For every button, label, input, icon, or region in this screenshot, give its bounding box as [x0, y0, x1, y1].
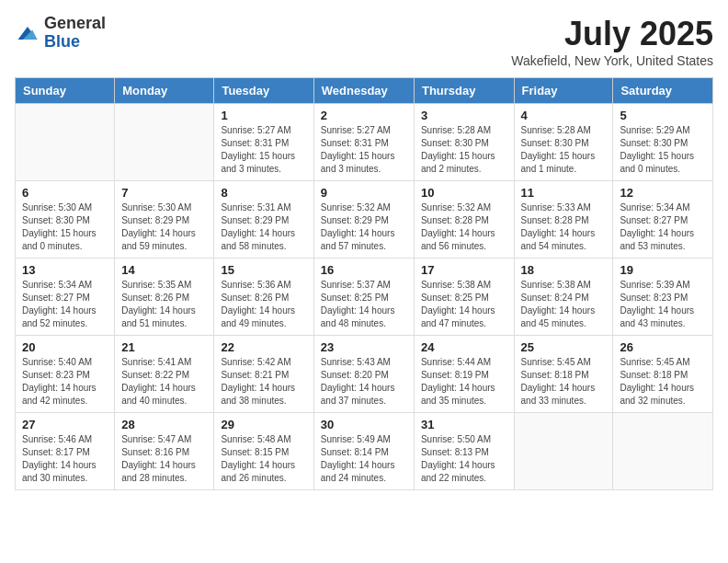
- day-info: Sunrise: 5:44 AMSunset: 8:19 PMDaylight:…: [421, 356, 507, 408]
- calendar-table: SundayMondayTuesdayWednesdayThursdayFrid…: [15, 77, 713, 490]
- calendar-cell: 22Sunrise: 5:42 AMSunset: 8:21 PMDayligh…: [214, 336, 313, 413]
- calendar-cell: [514, 413, 613, 490]
- calendar-cell: [613, 413, 713, 490]
- calendar-cell: 16Sunrise: 5:37 AMSunset: 8:25 PMDayligh…: [313, 259, 414, 336]
- calendar-cell: 15Sunrise: 5:36 AMSunset: 8:26 PMDayligh…: [214, 259, 313, 336]
- calendar-cell: 10Sunrise: 5:32 AMSunset: 8:28 PMDayligh…: [414, 181, 514, 259]
- day-info: Sunrise: 5:35 AMSunset: 8:26 PMDaylight:…: [121, 279, 207, 330]
- day-of-week-header: Saturday: [613, 78, 713, 104]
- calendar-cell: 12Sunrise: 5:34 AMSunset: 8:27 PMDayligh…: [613, 181, 713, 259]
- day-number: 28: [121, 418, 207, 431]
- calendar-cell: 3Sunrise: 5:28 AMSunset: 8:30 PMDaylight…: [414, 104, 514, 181]
- day-info: Sunrise: 5:30 AMSunset: 8:30 PMDaylight:…: [22, 201, 108, 253]
- day-info: Sunrise: 5:34 AMSunset: 8:27 PMDaylight:…: [620, 201, 706, 253]
- day-number: 15: [221, 263, 306, 277]
- day-info: Sunrise: 5:27 AMSunset: 8:31 PMDaylight:…: [221, 124, 306, 176]
- calendar-cell: 2Sunrise: 5:27 AMSunset: 8:31 PMDaylight…: [313, 104, 414, 181]
- day-info: Sunrise: 5:38 AMSunset: 8:24 PMDaylight:…: [521, 279, 607, 330]
- day-number: 9: [321, 186, 407, 200]
- day-info: Sunrise: 5:27 AMSunset: 8:31 PMDaylight:…: [321, 124, 407, 176]
- day-number: 17: [421, 263, 507, 277]
- day-info: Sunrise: 5:45 AMSunset: 8:18 PMDaylight:…: [620, 356, 706, 408]
- day-number: 8: [221, 186, 306, 200]
- month-title: July 2025: [511, 15, 713, 53]
- calendar-header-row: SundayMondayTuesdayWednesdayThursdayFrid…: [16, 78, 713, 104]
- day-number: 5: [620, 109, 706, 122]
- calendar-cell: 27Sunrise: 5:46 AMSunset: 8:17 PMDayligh…: [16, 413, 115, 490]
- location-text: Wakefield, New York, United States: [511, 53, 713, 68]
- week-row: 1Sunrise: 5:27 AMSunset: 8:31 PMDaylight…: [16, 104, 713, 181]
- logo: General Blue: [15, 15, 106, 52]
- calendar-cell: 5Sunrise: 5:29 AMSunset: 8:30 PMDaylight…: [613, 104, 713, 181]
- calendar-cell: 7Sunrise: 5:30 AMSunset: 8:29 PMDaylight…: [115, 181, 214, 259]
- day-number: 30: [321, 418, 407, 431]
- day-number: 2: [321, 109, 407, 122]
- day-number: 14: [121, 263, 207, 277]
- day-number: 6: [22, 186, 108, 200]
- day-number: 27: [22, 418, 108, 431]
- calendar-cell: 30Sunrise: 5:49 AMSunset: 8:14 PMDayligh…: [313, 413, 414, 490]
- logo-icon: [15, 20, 40, 46]
- day-number: 24: [421, 340, 507, 354]
- calendar-cell: 8Sunrise: 5:31 AMSunset: 8:29 PMDaylight…: [214, 181, 313, 259]
- week-row: 20Sunrise: 5:40 AMSunset: 8:23 PMDayligh…: [16, 336, 713, 413]
- calendar-cell: 17Sunrise: 5:38 AMSunset: 8:25 PMDayligh…: [414, 259, 514, 336]
- day-number: 19: [620, 263, 706, 277]
- calendar-cell: 19Sunrise: 5:39 AMSunset: 8:23 PMDayligh…: [613, 259, 713, 336]
- day-number: 31: [421, 418, 507, 431]
- day-info: Sunrise: 5:41 AMSunset: 8:22 PMDaylight:…: [121, 356, 207, 408]
- day-info: Sunrise: 5:28 AMSunset: 8:30 PMDaylight:…: [521, 124, 607, 176]
- day-number: 7: [121, 186, 207, 200]
- day-info: Sunrise: 5:47 AMSunset: 8:16 PMDaylight:…: [121, 433, 207, 485]
- calendar-cell: 1Sunrise: 5:27 AMSunset: 8:31 PMDaylight…: [214, 104, 313, 181]
- day-number: 16: [321, 263, 407, 277]
- day-number: 25: [521, 340, 607, 354]
- calendar-cell: 25Sunrise: 5:45 AMSunset: 8:18 PMDayligh…: [514, 336, 613, 413]
- day-number: 12: [620, 186, 706, 200]
- day-info: Sunrise: 5:28 AMSunset: 8:30 PMDaylight:…: [421, 124, 507, 176]
- day-info: Sunrise: 5:33 AMSunset: 8:28 PMDaylight:…: [521, 201, 607, 253]
- calendar-cell: 13Sunrise: 5:34 AMSunset: 8:27 PMDayligh…: [16, 259, 115, 336]
- day-info: Sunrise: 5:42 AMSunset: 8:21 PMDaylight:…: [221, 356, 306, 408]
- day-number: 10: [421, 186, 507, 200]
- day-of-week-header: Wednesday: [313, 78, 414, 104]
- day-of-week-header: Monday: [115, 78, 214, 104]
- day-info: Sunrise: 5:32 AMSunset: 8:29 PMDaylight:…: [321, 201, 407, 253]
- calendar-cell: 28Sunrise: 5:47 AMSunset: 8:16 PMDayligh…: [115, 413, 214, 490]
- day-number: 13: [22, 263, 108, 277]
- calendar-cell: 9Sunrise: 5:32 AMSunset: 8:29 PMDaylight…: [313, 181, 414, 259]
- week-row: 13Sunrise: 5:34 AMSunset: 8:27 PMDayligh…: [16, 259, 713, 336]
- calendar-cell: [16, 104, 115, 181]
- logo-general-text: General: [44, 15, 106, 33]
- page-header: General Blue July 2025 Wakefield, New Yo…: [15, 15, 713, 68]
- day-info: Sunrise: 5:38 AMSunset: 8:25 PMDaylight:…: [421, 279, 507, 330]
- day-info: Sunrise: 5:30 AMSunset: 8:29 PMDaylight:…: [121, 201, 207, 253]
- title-block: July 2025 Wakefield, New York, United St…: [511, 15, 713, 68]
- day-info: Sunrise: 5:29 AMSunset: 8:30 PMDaylight:…: [620, 124, 706, 176]
- day-number: 1: [221, 109, 306, 122]
- day-info: Sunrise: 5:45 AMSunset: 8:18 PMDaylight:…: [521, 356, 607, 408]
- logo-blue-text: Blue: [44, 33, 106, 52]
- calendar-cell: 20Sunrise: 5:40 AMSunset: 8:23 PMDayligh…: [16, 336, 115, 413]
- calendar-cell: 23Sunrise: 5:43 AMSunset: 8:20 PMDayligh…: [313, 336, 414, 413]
- calendar-cell: 26Sunrise: 5:45 AMSunset: 8:18 PMDayligh…: [613, 336, 713, 413]
- day-number: 26: [620, 340, 706, 354]
- calendar-cell: 29Sunrise: 5:48 AMSunset: 8:15 PMDayligh…: [214, 413, 313, 490]
- calendar-cell: 31Sunrise: 5:50 AMSunset: 8:13 PMDayligh…: [414, 413, 514, 490]
- calendar-cell: 4Sunrise: 5:28 AMSunset: 8:30 PMDaylight…: [514, 104, 613, 181]
- day-number: 20: [22, 340, 108, 354]
- calendar-cell: 24Sunrise: 5:44 AMSunset: 8:19 PMDayligh…: [414, 336, 514, 413]
- day-number: 21: [121, 340, 207, 354]
- day-of-week-header: Friday: [514, 78, 613, 104]
- day-info: Sunrise: 5:37 AMSunset: 8:25 PMDaylight:…: [321, 279, 407, 330]
- calendar-cell: 18Sunrise: 5:38 AMSunset: 8:24 PMDayligh…: [514, 259, 613, 336]
- day-info: Sunrise: 5:50 AMSunset: 8:13 PMDaylight:…: [421, 433, 507, 485]
- calendar-cell: [115, 104, 214, 181]
- day-of-week-header: Thursday: [414, 78, 514, 104]
- day-info: Sunrise: 5:39 AMSunset: 8:23 PMDaylight:…: [620, 279, 706, 330]
- day-info: Sunrise: 5:49 AMSunset: 8:14 PMDaylight:…: [321, 433, 407, 485]
- week-row: 27Sunrise: 5:46 AMSunset: 8:17 PMDayligh…: [16, 413, 713, 490]
- week-row: 6Sunrise: 5:30 AMSunset: 8:30 PMDaylight…: [16, 181, 713, 259]
- day-info: Sunrise: 5:48 AMSunset: 8:15 PMDaylight:…: [221, 433, 306, 485]
- day-info: Sunrise: 5:43 AMSunset: 8:20 PMDaylight:…: [321, 356, 407, 408]
